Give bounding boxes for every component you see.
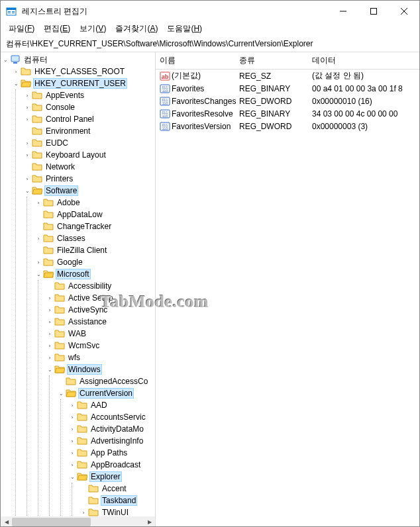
- close-button[interactable]: [389, 1, 419, 22]
- folder-icon: [77, 448, 87, 458]
- collapse-icon[interactable]: ⌄: [1, 55, 10, 64]
- tree-label: AdvertisingInfo: [89, 436, 144, 446]
- tree-item[interactable]: ⌄Software: [23, 185, 155, 197]
- tree-item[interactable]: Accent: [79, 483, 155, 495]
- scroll-right-button[interactable]: ▶: [144, 516, 155, 527]
- column-data[interactable]: 데이터: [308, 52, 419, 69]
- menu-favorites[interactable]: 즐겨찾기(A): [111, 22, 162, 36]
- tree-item[interactable]: ⌄HKEY_CURRENT_USER: [11, 77, 155, 89]
- minimize-button[interactable]: [328, 1, 358, 22]
- tree-item[interactable]: ›Classes: [34, 232, 155, 244]
- tree-item[interactable]: ›Active Setup: [45, 292, 155, 304]
- expand-icon[interactable]: ›: [45, 305, 54, 314]
- tree-item[interactable]: Taskband: [79, 495, 155, 506]
- expand-icon[interactable]: ›: [34, 258, 43, 267]
- folder-icon: [43, 197, 54, 208]
- list-row[interactable]: 011110FavoritesREG_BINARY00 a4 01 00 00 …: [156, 82, 419, 95]
- maximize-button[interactable]: [358, 1, 389, 22]
- tree-item[interactable]: ›Keyboard Layout: [23, 149, 155, 161]
- expand-icon[interactable]: ›: [23, 174, 32, 183]
- expand-icon[interactable]: ›: [45, 317, 54, 326]
- expand-icon[interactable]: ›: [68, 436, 77, 446]
- expand-icon[interactable]: ›: [34, 234, 43, 243]
- tree-item[interactable]: ⌄Explorer: [68, 471, 155, 483]
- tree-item[interactable]: ⌄Microsoft: [34, 268, 155, 280]
- menu-help[interactable]: 도움말(H): [163, 22, 206, 36]
- expand-icon[interactable]: ›: [23, 91, 32, 100]
- collapse-icon[interactable]: ⌄: [11, 79, 21, 88]
- expand-icon[interactable]: ›: [45, 341, 54, 350]
- collapse-icon[interactable]: ⌄: [68, 472, 77, 481]
- binary-value-icon: 011110: [160, 83, 170, 94]
- tree-item[interactable]: AssignedAccessCo: [56, 375, 155, 387]
- expand-icon[interactable]: ›: [68, 460, 77, 469]
- tree-item[interactable]: ›Control Panel: [23, 113, 155, 125]
- expand-icon[interactable]: ›: [34, 198, 43, 207]
- list-row[interactable]: 011110FavoritesResolveREG_BINARY34 03 00…: [156, 107, 419, 120]
- tree-item[interactable]: ›wfs: [45, 352, 155, 363]
- tree-item[interactable]: Environment: [23, 125, 155, 137]
- tree-label: AppBroadcast: [89, 460, 142, 469]
- tree-item[interactable]: ›Console: [23, 101, 155, 113]
- menu-view[interactable]: 보기(V): [76, 22, 110, 36]
- tree-label: Assistance: [67, 317, 108, 326]
- tree-item[interactable]: ›Printers: [23, 173, 155, 185]
- tree-item[interactable]: FileZilla Client: [34, 244, 155, 256]
- column-type[interactable]: 종류: [235, 52, 308, 69]
- collapse-icon[interactable]: ⌄: [34, 269, 43, 279]
- tree-item[interactable]: ›AdvertisingInfo: [68, 435, 155, 447]
- tree-item[interactable]: ›WcmSvc: [45, 340, 155, 352]
- expand-icon[interactable]: ›: [68, 424, 77, 434]
- tree-item[interactable]: ⌄CurrentVersion: [56, 387, 155, 399]
- tree-item[interactable]: ›AppBroadcast: [68, 459, 155, 471]
- tree-item[interactable]: ›AAD: [68, 399, 155, 411]
- tree-item[interactable]: AppDataLow: [34, 209, 155, 220]
- address-bar[interactable]: 컴퓨터\HKEY_CURRENT_USER\Software\Microsoft…: [1, 36, 419, 52]
- value-name: Favorites: [172, 84, 204, 93]
- expand-icon[interactable]: ›: [45, 293, 54, 303]
- tree-item[interactable]: ›AppEvents: [23, 89, 155, 101]
- folder-icon: [88, 495, 99, 506]
- expand-icon[interactable]: ›: [45, 353, 54, 362]
- expand-icon[interactable]: ›: [23, 138, 32, 148]
- tree-label: Network: [44, 162, 76, 171]
- tree-item[interactable]: Accessibility: [45, 280, 155, 292]
- expand-icon[interactable]: ›: [11, 67, 21, 76]
- list-row[interactable]: ab(기본값)REG_SZ(값 설정 안 됨): [156, 70, 419, 82]
- tree-item[interactable]: ⌄컴퓨터: [1, 54, 155, 66]
- expand-icon[interactable]: ›: [23, 150, 32, 160]
- list-row[interactable]: 011110FavoritesVersionREG_DWORD0x0000000…: [156, 120, 419, 132]
- tree-label: Adobe: [56, 198, 81, 207]
- tree-item[interactable]: ›EUDC: [23, 137, 155, 149]
- tree-item[interactable]: ›Adobe: [34, 197, 155, 209]
- collapse-icon[interactable]: ⌄: [23, 186, 32, 195]
- tree-item[interactable]: Network: [23, 161, 155, 173]
- tree-item[interactable]: ChangeTracker: [34, 220, 155, 232]
- expand-icon[interactable]: ›: [45, 329, 54, 338]
- tree-item[interactable]: ›AccountsServic: [68, 411, 155, 423]
- tree-item[interactable]: ⌄Windows: [45, 363, 155, 375]
- tree-item[interactable]: ›Assistance: [45, 316, 155, 328]
- scroll-left-button[interactable]: ◀: [1, 516, 12, 527]
- menu-file[interactable]: 파일(F): [5, 22, 38, 36]
- menu-edit[interactable]: 편집(E): [40, 22, 74, 36]
- expand-icon[interactable]: ›: [68, 448, 77, 457]
- tree-item[interactable]: ›ActiveSync: [45, 304, 155, 316]
- value-name: FavoritesVersion: [172, 122, 231, 131]
- tree-item[interactable]: ›ActivityDataMo: [68, 423, 155, 435]
- expand-icon[interactable]: ›: [79, 508, 88, 517]
- expand-icon[interactable]: ›: [68, 412, 77, 422]
- tree-item[interactable]: ›WAB: [45, 328, 155, 340]
- expand-icon[interactable]: ›: [68, 401, 77, 410]
- expand-icon[interactable]: ›: [23, 115, 32, 124]
- column-name[interactable]: 이름: [156, 52, 235, 69]
- horizontal-scrollbar[interactable]: ◀ ▶: [1, 516, 155, 527]
- tree-item[interactable]: ›HKEY_CLASSES_ROOT: [11, 66, 155, 77]
- collapse-icon[interactable]: ⌄: [45, 365, 54, 374]
- collapse-icon[interactable]: ⌄: [56, 389, 66, 398]
- list-row[interactable]: 011110FavoritesChangesREG_DWORD0x0000001…: [156, 95, 419, 107]
- tree-item[interactable]: ›Google: [34, 256, 155, 268]
- scroll-thumb[interactable]: [12, 518, 91, 526]
- tree-item[interactable]: ›App Paths: [68, 447, 155, 459]
- expand-icon[interactable]: ›: [23, 103, 32, 112]
